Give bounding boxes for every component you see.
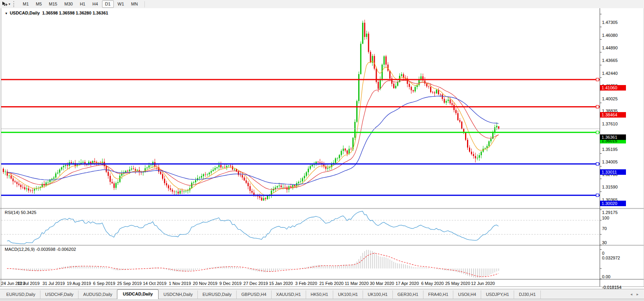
- price-tick-label: 1.46080: [602, 33, 618, 38]
- chart-tabs: EURUSD,DailyUSDCHF,DailyAUDUSD,DailyUSDC…: [2, 289, 541, 299]
- date-tick-label: 6 Sep 2019: [93, 281, 115, 286]
- hline-price-tag: 1.41060: [600, 85, 626, 91]
- status-bar: [0, 299, 644, 301]
- timeframe-button-w1[interactable]: W1: [115, 0, 128, 8]
- chart-symbol-label: USDCAD,Daily: [10, 11, 40, 15]
- date-tick-label: 30 Mar 2020: [370, 281, 394, 286]
- rsi-tick-label: 100: [602, 215, 609, 221]
- hline-price-tag: 1.33011: [600, 169, 626, 175]
- mt4-window: ▾ M1M5M15M30H1H4D1W1MN ▼USDCAD,Daily 1.3…: [0, 0, 644, 301]
- chart-tab-usdjpy-h1[interactable]: USDJPY,H1: [481, 290, 514, 299]
- date-tick-label: 27 Dec 2019: [243, 281, 268, 286]
- price-tick-label: 1.34005: [602, 159, 618, 165]
- date-tick-label: 6 May 2020: [421, 281, 443, 286]
- chart-tab-dj30-h1[interactable]: DJ30,H1: [514, 290, 541, 299]
- timeframe-button-d1[interactable]: D1: [102, 0, 114, 8]
- chart-tab-usdcad-daily[interactable]: USDCAD,Daily: [117, 289, 159, 299]
- timeframe-button-m1[interactable]: M1: [20, 0, 32, 8]
- tab-scroll-controls: ◂ ▸: [629, 292, 640, 296]
- time-axis[interactable]: 24 Jun 201912 Jul 201931 Jul 201919 Aug …: [0, 280, 644, 287]
- chart-tab-hk50-h1[interactable]: HK50,H1: [306, 290, 334, 299]
- date-tick-label: 20 Nov 2019: [193, 281, 217, 286]
- date-tick-label: 9 Dec 2019: [219, 281, 241, 286]
- tool-dropdown-caret-icon[interactable]: ▾: [9, 2, 10, 6]
- top-toolbar: ▾ M1M5M15M30H1H4D1W1MN: [0, 0, 644, 9]
- date-tick-label: 14 Oct 2019: [143, 281, 166, 286]
- chart-tab-bar: EURUSD,DailyUSDCHF,DailyAUDUSD,DailyUSDC…: [0, 289, 644, 299]
- chart-tab-gbpusd-h4[interactable]: GBPUSD,H4: [237, 290, 272, 299]
- price-tick-label: 1.40025: [602, 96, 618, 102]
- chart-tab-eurusd-daily[interactable]: EURUSD,Daily: [2, 290, 40, 299]
- chart-ohlc-values: 1.36598 1.36598 1.36280 1.36361: [42, 11, 108, 15]
- chart-tab-xauusd-h1[interactable]: XAUUSD,H1: [272, 290, 306, 299]
- rsi-label: RSI(14) 50.3425: [5, 210, 36, 215]
- date-tick-label: 12 Jul 2019: [17, 281, 40, 286]
- price-tick-label: 1.47305: [602, 20, 618, 25]
- date-tick-label: 12 Jun 2020: [471, 281, 495, 286]
- toolbar-separator: [144, 1, 145, 7]
- timeframe-button-mn[interactable]: MN: [128, 0, 141, 8]
- hline-price-tag: 1.38464: [600, 112, 626, 118]
- price-tick-label: 1.29175: [602, 210, 618, 215]
- hline-price-tag: 1.30020: [600, 201, 626, 206]
- date-tick-label: 15 Jan 2020: [269, 281, 293, 286]
- date-tick-label: 3 Feb 2020: [295, 281, 317, 286]
- chart-tab-audusd-daily[interactable]: AUDUSD,Daily: [78, 290, 117, 299]
- price-tick-label: 1.44890: [602, 45, 618, 51]
- rsi-tick-label: 70: [602, 226, 607, 231]
- chart-title: ▼USDCAD,Daily 1.36598 1.36598 1.36280 1.…: [5, 11, 108, 15]
- date-tick-label: 19 Aug 2019: [67, 281, 91, 286]
- date-tick-label: 31 Jul 2019: [42, 281, 65, 286]
- timeframe-button-m15[interactable]: M15: [46, 0, 60, 8]
- timeframe-button-m5[interactable]: M5: [33, 0, 45, 8]
- chart-tab-eurusd-daily[interactable]: EURUSD,Daily: [198, 290, 237, 299]
- timeframe-toolbar: M1M5M15M30H1H4D1W1MN: [19, 0, 141, 8]
- date-tick-label: 11 Mar 2020: [345, 281, 369, 286]
- macd-tick-label: 0.032972: [602, 255, 620, 261]
- price-tick-label: 1.31590: [602, 184, 618, 190]
- date-tick-label: 17 Apr 2020: [396, 281, 419, 286]
- timeframe-button-h4[interactable]: H4: [89, 0, 101, 8]
- chart-tab-uk100-h1[interactable]: UK100,H1: [363, 290, 393, 299]
- price-tick-label: 1.42440: [602, 71, 618, 76]
- timeframe-button-m30[interactable]: M30: [61, 0, 76, 8]
- current-price-tag: 1.36361: [600, 134, 626, 140]
- chart-tab-ger30-h1[interactable]: GER30,H1: [393, 290, 423, 299]
- price-tick-label: 1.43665: [602, 58, 618, 63]
- date-tick-label: 25 May 2020: [445, 281, 470, 286]
- crosshair-cursor-icon[interactable]: [1, 1, 8, 7]
- toolbar-grip[interactable]: [13, 1, 16, 7]
- chart-tab-uk100-h1[interactable]: UK100,H1: [333, 290, 363, 299]
- collapse-triangle-icon[interactable]: ▼: [5, 12, 8, 15]
- rsi-tick-label: 30: [602, 240, 607, 245]
- tab-scroll-right-icon[interactable]: ▸: [637, 292, 639, 296]
- date-tick-label: 25 Sep 2019: [117, 281, 142, 286]
- chart-window: ▼USDCAD,Daily 1.36598 1.36598 1.36280 1.…: [0, 8, 644, 289]
- chart-tab-usoil-h4[interactable]: USOil,H4: [453, 290, 481, 299]
- chart-tab-fra40-h1[interactable]: FRA40,H1: [423, 290, 453, 299]
- macd-label: MACD(12,26,9) -0.003598 -0.006202: [5, 247, 76, 252]
- price-tick-label: 1.37610: [602, 121, 618, 127]
- chart-canvas[interactable]: [0, 8, 644, 289]
- timeframe-button-h1[interactable]: H1: [77, 0, 88, 8]
- chart-tab-usdcnh-daily[interactable]: USDCNH,Daily: [159, 290, 198, 299]
- tab-scroll-left-icon[interactable]: ◂: [630, 292, 632, 296]
- macd-tick-label: 0.00: [602, 274, 610, 279]
- chart-tab-usdchf-daily[interactable]: USDCHF,Daily: [40, 290, 78, 299]
- price-tick-label: 1.35195: [602, 147, 618, 152]
- date-tick-label: 21 Feb 2020: [319, 281, 344, 286]
- date-tick-label: 1 Nov 2019: [169, 281, 191, 286]
